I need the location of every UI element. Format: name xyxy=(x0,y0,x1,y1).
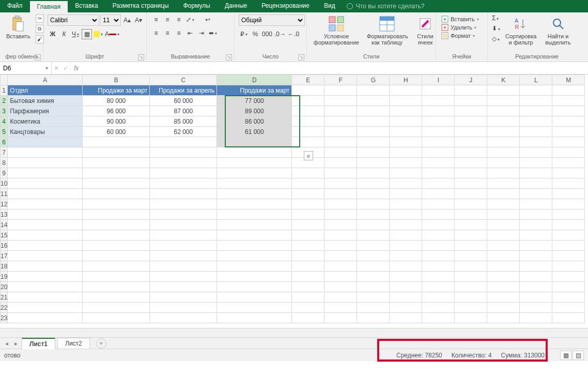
cell[interactable] xyxy=(552,137,585,147)
align-middle-button[interactable]: ≡ xyxy=(162,14,173,25)
cell[interactable] xyxy=(487,303,520,313)
cell[interactable] xyxy=(324,127,357,137)
decrease-indent-button[interactable]: ⇤ xyxy=(185,28,195,38)
cell[interactable] xyxy=(357,96,390,106)
cell[interactable] xyxy=(324,272,357,282)
cell[interactable] xyxy=(292,220,324,230)
delete-cells-button[interactable]: ×Удалить▾ xyxy=(441,24,482,31)
name-box-dropdown-icon[interactable]: ▾ xyxy=(45,65,48,71)
cell[interactable] xyxy=(150,158,217,168)
row-header[interactable]: 8 xyxy=(1,158,8,168)
add-sheet-button[interactable]: + xyxy=(96,338,106,349)
worksheet-grid[interactable]: A B C D E F G H I J K L M 1ОтделПродажи … xyxy=(0,74,588,328)
cell[interactable] xyxy=(552,85,585,96)
cell[interactable] xyxy=(150,210,217,220)
cell[interactable] xyxy=(324,137,357,147)
cell[interactable]: Продажи за апрель xyxy=(150,85,217,96)
cell[interactable] xyxy=(324,313,357,323)
cell[interactable] xyxy=(292,313,324,323)
sheet-nav-next[interactable]: ▸ xyxy=(12,340,20,347)
cell[interactable] xyxy=(324,241,357,251)
cell[interactable] xyxy=(150,303,217,313)
cell[interactable] xyxy=(455,147,487,158)
format-painter-button[interactable]: 🖌 xyxy=(36,35,44,43)
cell[interactable] xyxy=(390,127,422,137)
cell[interactable] xyxy=(487,210,520,220)
cell[interactable] xyxy=(422,127,455,137)
cell[interactable] xyxy=(520,147,552,158)
cell[interactable] xyxy=(83,303,150,313)
cell[interactable] xyxy=(520,116,552,127)
cell[interactable] xyxy=(150,261,217,272)
row-header[interactable]: 16 xyxy=(1,241,8,251)
cell[interactable]: Парфюмерия xyxy=(8,106,83,116)
cell[interactable] xyxy=(292,85,324,96)
cell[interactable] xyxy=(455,168,487,178)
col-header-g[interactable]: G xyxy=(357,75,390,85)
cell[interactable] xyxy=(217,158,292,168)
increase-decimal-button[interactable]: .0→ xyxy=(274,29,286,39)
select-all-corner[interactable] xyxy=(1,75,8,85)
alignment-launcher[interactable]: ↘ xyxy=(226,54,232,61)
tab-review[interactable]: Рецензирование xyxy=(254,0,317,12)
row-header[interactable]: 17 xyxy=(1,251,8,261)
cell[interactable] xyxy=(150,147,217,158)
row-header[interactable]: 6 xyxy=(1,137,8,147)
cell[interactable] xyxy=(487,313,520,323)
cell[interactable] xyxy=(150,313,217,323)
cell[interactable] xyxy=(357,85,390,96)
cell[interactable] xyxy=(83,220,150,230)
cell[interactable] xyxy=(455,127,487,137)
cell[interactable] xyxy=(422,241,455,251)
cell[interactable] xyxy=(357,251,390,261)
cell[interactable] xyxy=(520,106,552,116)
cell[interactable] xyxy=(357,127,390,137)
cell[interactable] xyxy=(422,261,455,272)
cell[interactable] xyxy=(150,178,217,189)
cell[interactable] xyxy=(8,137,83,147)
cell[interactable] xyxy=(8,210,83,220)
cell[interactable] xyxy=(357,230,390,241)
cell[interactable] xyxy=(520,303,552,313)
cell[interactable] xyxy=(357,189,390,199)
merge-button[interactable]: ⬌ xyxy=(208,28,218,38)
cell[interactable] xyxy=(390,158,422,168)
cell[interactable] xyxy=(217,178,292,189)
tab-view[interactable]: Вид xyxy=(317,0,343,12)
cell[interactable] xyxy=(422,230,455,241)
tell-me-input[interactable] xyxy=(356,3,449,10)
cell[interactable] xyxy=(324,178,357,189)
cell[interactable] xyxy=(83,313,150,323)
autofill-options-button[interactable]: ⎚ xyxy=(304,151,313,160)
row-header[interactable]: 20 xyxy=(1,282,8,292)
cell[interactable] xyxy=(552,303,585,313)
cell[interactable] xyxy=(292,96,324,106)
cell[interactable] xyxy=(390,292,422,303)
sort-filter-button[interactable]: AЯ Сортировка и фильтр xyxy=(503,14,538,47)
find-select-button[interactable]: Найти и выделить xyxy=(541,14,575,47)
cell[interactable] xyxy=(357,168,390,178)
cell[interactable] xyxy=(324,189,357,199)
clear-button[interactable]: ◇ xyxy=(492,35,500,42)
clipboard-launcher[interactable]: ↘ xyxy=(35,54,41,61)
cell[interactable] xyxy=(552,292,585,303)
cell[interactable] xyxy=(292,127,324,137)
col-header-d[interactable]: D xyxy=(217,75,292,85)
cell[interactable] xyxy=(217,282,292,292)
cell[interactable] xyxy=(324,147,357,158)
cell[interactable] xyxy=(8,313,83,323)
cell[interactable] xyxy=(455,178,487,189)
cell[interactable] xyxy=(83,178,150,189)
cell[interactable] xyxy=(390,168,422,178)
cell[interactable] xyxy=(8,272,83,282)
cell[interactable] xyxy=(324,230,357,241)
cell[interactable] xyxy=(487,199,520,210)
cell[interactable] xyxy=(390,210,422,220)
cell[interactable] xyxy=(8,189,83,199)
bold-button[interactable]: Ж xyxy=(48,29,58,39)
cell[interactable] xyxy=(390,230,422,241)
cell[interactable] xyxy=(455,251,487,261)
increase-indent-button[interactable]: ⇥ xyxy=(196,28,207,38)
cell[interactable] xyxy=(390,106,422,116)
cell[interactable] xyxy=(455,158,487,168)
